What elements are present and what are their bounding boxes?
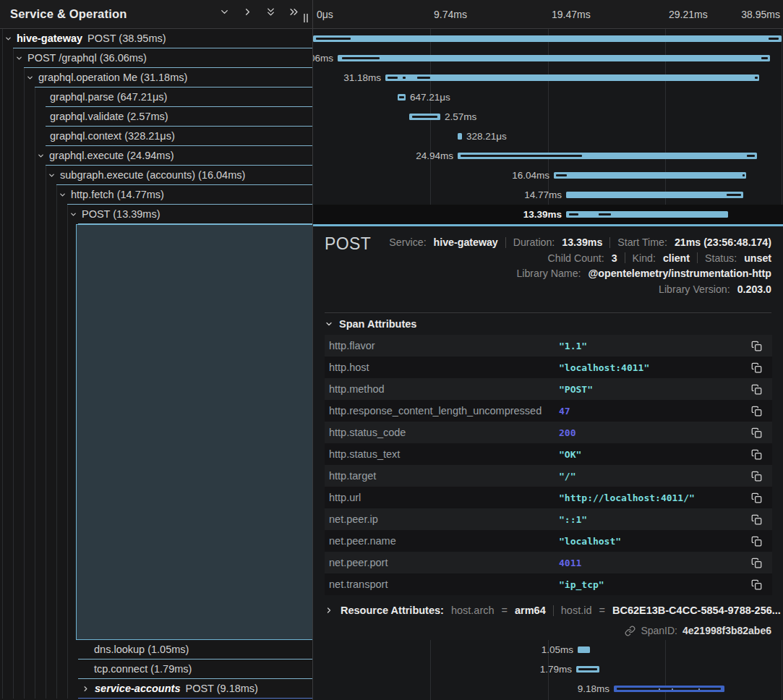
span-label: POST (13.39ms)	[82, 208, 161, 220]
copy-icon[interactable]	[750, 362, 763, 374]
attribute-row: net.peer.ip"::1"	[325, 508, 772, 530]
expand-one-icon[interactable]	[242, 7, 253, 17]
span-bar[interactable]	[566, 192, 743, 198]
timeline-row: 328.21μs	[313, 127, 783, 146]
child-count-label: Child Count:	[548, 252, 604, 265]
span-label: graphql.parse (647.21μs)	[50, 91, 167, 103]
span-bar[interactable]	[458, 133, 462, 140]
attribute-row: net.peer.name"localhost"	[325, 530, 772, 552]
span-id-row: SpanID: 4e21998f3b82abe6	[625, 625, 771, 636]
span-tree-panel: Service & Operation	[0, 0, 313, 700]
duration-label: 13.39ms	[523, 205, 562, 224]
link-icon[interactable]	[625, 626, 636, 636]
span-label: graphql.operation Me (31.18ms)	[38, 72, 187, 83]
copy-icon[interactable]	[750, 383, 763, 396]
chevron-down-icon[interactable]	[59, 191, 67, 199]
duration-label: Duration:	[513, 236, 555, 249]
span-bar[interactable]	[409, 114, 440, 120]
tree-row-graphql-validate[interactable]: graphql.validate (2.57ms)	[0, 107, 312, 127]
span-label: subgraph.execute (accounts) (16.04ms)	[60, 169, 245, 181]
resource-key: host.arch	[451, 605, 495, 616]
tree-row-http-fetch[interactable]: http.fetch (14.77ms)	[0, 185, 312, 205]
trace-viewer: Service & Operation	[0, 0, 783, 700]
chevron-down-icon[interactable]	[26, 74, 34, 82]
tree-row-graphql-operation[interactable]: graphql.operation Me (31.18ms)	[0, 68, 312, 88]
span-bar[interactable]	[554, 172, 746, 179]
collapse-all-icon[interactable]	[265, 7, 276, 17]
span-bar[interactable]	[614, 686, 724, 692]
tree-header-title: Service & Operation	[10, 7, 127, 21]
tick-label: 9.74ms	[434, 0, 467, 29]
copy-icon[interactable]	[750, 470, 763, 482]
attribute-key: http.response_content_length_uncompresse…	[329, 405, 559, 417]
tree-row-post-graphql[interactable]: POST /graphql (36.06ms)	[0, 48, 312, 68]
selected-span-detail-spacer	[76, 224, 312, 640]
tree-row-graphql-context[interactable]: graphql.context (328.21μs)	[0, 127, 312, 146]
span-bar[interactable]	[578, 646, 590, 653]
chevron-right-icon[interactable]	[82, 685, 90, 693]
attribute-value: 47	[559, 406, 750, 417]
service-name: service-accounts	[95, 683, 180, 694]
divider	[325, 312, 771, 313]
tree-indent-guides	[2, 224, 78, 640]
chevron-down-icon[interactable]	[15, 54, 23, 62]
span-attributes-toggle[interactable]: Span Attributes	[325, 318, 416, 330]
span-bar[interactable]	[313, 35, 782, 42]
duration-label: 31.18ms	[343, 68, 381, 88]
collapse-one-icon[interactable]	[219, 7, 230, 17]
span-label: graphql.context (328.21μs)	[50, 130, 175, 142]
span-bar[interactable]	[576, 666, 599, 673]
service-name: hive-gateway	[17, 33, 82, 44]
resource-value: arm64	[515, 605, 546, 616]
chevron-down-icon[interactable]	[48, 171, 56, 179]
resource-attributes-toggle[interactable]: Resource Attributes: host.arch = arm64 h…	[325, 605, 781, 616]
span-bar[interactable]	[566, 211, 728, 218]
copy-icon[interactable]	[750, 535, 763, 547]
tree-row-service-accounts-post[interactable]: service-accountsPOST (9.18ms)	[0, 679, 312, 699]
attribute-key: http.flavor	[329, 340, 559, 351]
panel-resize-handle[interactable]	[304, 14, 308, 22]
chevron-down-icon[interactable]	[37, 152, 45, 160]
copy-icon[interactable]	[750, 513, 763, 526]
chevron-down-icon[interactable]	[4, 35, 12, 43]
span-label: graphql.execute (24.94ms)	[49, 150, 174, 161]
span-bar[interactable]	[398, 94, 406, 101]
tree-row-post-selected[interactable]: POST (13.39ms)	[0, 205, 312, 224]
resource-attributes-label: Resource Attributes:	[341, 605, 444, 616]
duration-label: 24.94ms	[416, 146, 453, 166]
copy-icon[interactable]	[750, 427, 763, 439]
chevron-down-icon[interactable]	[69, 210, 77, 218]
copy-icon[interactable]	[750, 579, 763, 591]
attribute-value: "localhost"	[559, 536, 750, 547]
attribute-value: "OK"	[559, 449, 750, 460]
tree-row-graphql-execute[interactable]: graphql.execute (24.94ms)	[0, 146, 312, 166]
attribute-key: http.method	[329, 383, 559, 395]
attribute-value: "/"	[559, 471, 750, 482]
library-version-value: 0.203.0	[737, 283, 771, 296]
copy-icon[interactable]	[750, 340, 763, 352]
copy-icon[interactable]	[750, 492, 763, 504]
tree-row-tcp-connect[interactable]: tcp.connect (1.79ms)	[0, 660, 312, 679]
span-label: dns.lookup (1.05ms)	[94, 644, 189, 655]
span-bar[interactable]	[458, 153, 757, 159]
copy-icon[interactable]	[750, 557, 763, 569]
span-bar[interactable]	[385, 74, 759, 81]
tree-row-dns-lookup[interactable]: dns.lookup (1.05ms)	[0, 640, 312, 660]
tree-row-hive-gateway-post[interactable]: hive-gatewayPOST (38.95ms)	[0, 29, 312, 48]
attribute-key: net.peer.name	[329, 535, 559, 547]
copy-icon[interactable]	[750, 405, 763, 417]
timeline-ruler: 0μs 9.74ms 19.47ms 29.21ms 38.95ms	[313, 0, 783, 29]
equals-sign: =	[502, 605, 508, 616]
attribute-row: http.status_code200	[325, 422, 772, 443]
attribute-value: "1.1"	[559, 341, 750, 351]
span-label: graphql.validate (2.57ms)	[50, 111, 168, 122]
attribute-value: "ip_tcp"	[559, 579, 750, 590]
status-value: unset	[744, 252, 771, 265]
expand-all-icon[interactable]	[288, 7, 299, 17]
tree-row-graphql-parse[interactable]: graphql.parse (647.21μs)	[0, 88, 312, 107]
span-bar[interactable]	[338, 55, 770, 61]
copy-icon[interactable]	[750, 448, 763, 461]
attribute-row: http.url"http://localhost:4011/"	[325, 487, 772, 508]
tree-row-subgraph-execute[interactable]: subgraph.execute (accounts) (16.04ms)	[0, 166, 312, 185]
attribute-row: http.flavor"1.1"	[325, 335, 772, 357]
